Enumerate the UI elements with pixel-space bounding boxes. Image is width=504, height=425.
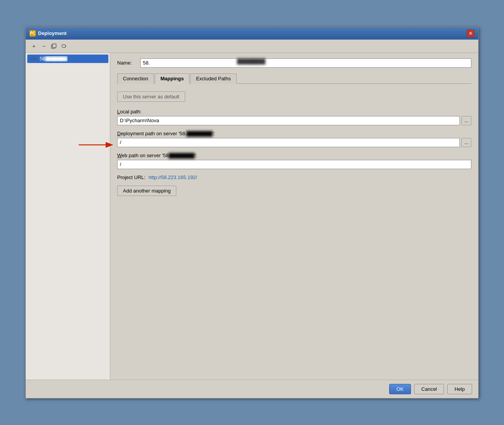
tab-excluded-paths[interactable]: Excluded Paths (190, 73, 236, 84)
project-url-label: Project URL: (117, 174, 146, 180)
name-label: Name: (117, 60, 136, 66)
web-path-group: Web path on server '58████████': (117, 153, 471, 169)
dialog-footer: OK Cancel Help (26, 380, 478, 398)
sidebar-item-label: 58███████ (40, 56, 68, 61)
mappings-content: Use this server as default Local path: .… (117, 90, 471, 198)
sidebar: sftp 58███████ (26, 53, 110, 380)
tab-connection[interactable]: Connection (117, 73, 154, 84)
deployment-dialog: PC Deployment ✕ + − sftp 58██ (25, 27, 479, 398)
deployment-path-label: Deployment path on server '58.████████': (117, 131, 471, 136)
add-mapping-button[interactable]: Add another mapping (117, 186, 176, 196)
remove-button[interactable]: − (40, 42, 48, 50)
close-button[interactable]: ✕ (467, 30, 474, 37)
name-input[interactable] (140, 58, 471, 68)
add-button[interactable]: + (30, 42, 38, 50)
local-path-label: Local path: (117, 109, 471, 115)
local-path-group: Local path: ... (117, 109, 471, 125)
deployment-path-group: Deployment path on server '58.████████':… (117, 131, 471, 147)
title-bar: PC Deployment ✕ (26, 27, 478, 40)
cancel-button[interactable]: Cancel (414, 384, 444, 394)
refresh-button[interactable] (60, 42, 68, 50)
use-default-button[interactable]: Use this server as default (117, 91, 185, 102)
tab-mappings[interactable]: Mappings (155, 73, 190, 84)
ok-button[interactable]: OK (389, 384, 411, 394)
svg-rect-1 (53, 44, 56, 48)
deployment-path-row: ... (117, 138, 471, 147)
deployment-path-browse-button[interactable]: ... (461, 138, 471, 147)
sidebar-item-server[interactable]: sftp 58███████ (27, 55, 108, 63)
help-button[interactable]: Help (447, 384, 472, 394)
tabs-container: Connection Mappings Excluded Paths (117, 73, 471, 84)
app-icon: PC (30, 30, 36, 37)
window-title: Deployment (38, 30, 66, 36)
web-path-label: Web path on server '58████████': (117, 153, 471, 158)
title-bar-left: PC Deployment (30, 30, 66, 37)
arrow-indicator (75, 138, 117, 152)
sftp-badge: sftp (30, 56, 36, 61)
main-content: sftp 58███████ Name: ████████ Connection… (26, 53, 478, 380)
local-path-input[interactable] (117, 116, 460, 125)
toolbar: + − (26, 40, 478, 53)
web-path-row (117, 160, 471, 169)
project-url-row: Project URL: http://58.223.165.192/ (117, 174, 471, 180)
web-path-input[interactable] (117, 160, 471, 169)
right-panel: Name: ████████ Connection Mappings Exclu… (110, 53, 478, 380)
copy-button[interactable] (50, 42, 58, 50)
name-row: Name: ████████ (117, 58, 471, 68)
project-url-link[interactable]: http://58.223.165.192/ (149, 174, 197, 180)
deployment-path-input[interactable] (117, 138, 460, 147)
local-path-browse-button[interactable]: ... (461, 116, 471, 125)
local-path-row: ... (117, 116, 471, 125)
